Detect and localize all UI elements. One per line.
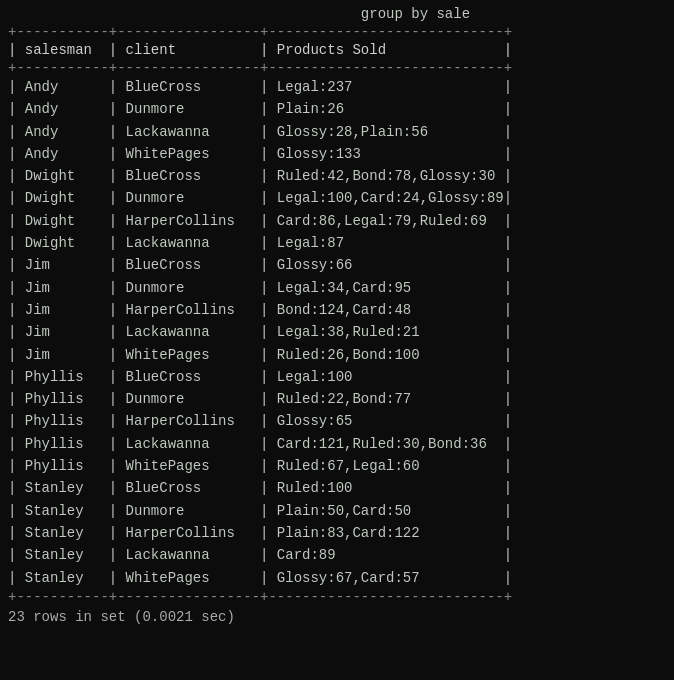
table-row: | Jim | HarperCollins | Bond:124,Card:48… bbox=[0, 299, 674, 321]
table-row: | Andy | BlueCross | Legal:237 | bbox=[0, 76, 674, 98]
table-row: | Jim | Lackawanna | Legal:38,Ruled:21 | bbox=[0, 321, 674, 343]
bottom-border: +-----------+-----------------+---------… bbox=[0, 589, 674, 605]
table-row: | Phyllis | HarperCollins | Glossy:65 | bbox=[0, 410, 674, 432]
table-row: | Jim | Dunmore | Legal:34,Card:95 | bbox=[0, 277, 674, 299]
table-row: | Stanley | HarperCollins | Plain:83,Car… bbox=[0, 522, 674, 544]
table-row: | Dwight | Dunmore | Legal:100,Card:24,G… bbox=[0, 187, 674, 209]
table-row: | Stanley | Lackawanna | Card:89 | bbox=[0, 544, 674, 566]
table-row: | Stanley | WhitePages | Glossy:67,Card:… bbox=[0, 567, 674, 589]
header-row: | salesman | client | Products Sold | bbox=[0, 40, 674, 60]
table-row: | Phyllis | Lackawanna | Card:121,Ruled:… bbox=[0, 433, 674, 455]
terminal-window: group by sale +-----------+-------------… bbox=[0, 0, 674, 680]
table-row: | Andy | Lackawanna | Glossy:28,Plain:56… bbox=[0, 121, 674, 143]
table-row: | Phyllis | Dunmore | Ruled:22,Bond:77 | bbox=[0, 388, 674, 410]
header-divider: +-----------+-----------------+---------… bbox=[0, 60, 674, 76]
table-row: | Dwight | Lackawanna | Legal:87 | bbox=[0, 232, 674, 254]
table-row: | Jim | BlueCross | Glossy:66 | bbox=[0, 254, 674, 276]
table-row: | Stanley | Dunmore | Plain:50,Card:50 | bbox=[0, 500, 674, 522]
table-row: | Andy | WhitePages | Glossy:133 | bbox=[0, 143, 674, 165]
group-by-line: group by sale bbox=[0, 4, 674, 24]
table-row: | Stanley | BlueCross | Ruled:100 | bbox=[0, 477, 674, 499]
table-row: | Jim | WhitePages | Ruled:26,Bond:100 | bbox=[0, 344, 674, 366]
table-row: | Dwight | HarperCollins | Card:86,Legal… bbox=[0, 210, 674, 232]
table-row: | Andy | Dunmore | Plain:26 | bbox=[0, 98, 674, 120]
table-row: | Phyllis | WhitePages | Ruled:67,Legal:… bbox=[0, 455, 674, 477]
top-border: +-----------+-----------------+---------… bbox=[0, 24, 674, 40]
table-row: | Dwight | BlueCross | Ruled:42,Bond:78,… bbox=[0, 165, 674, 187]
table-row: | Phyllis | BlueCross | Legal:100 | bbox=[0, 366, 674, 388]
result-footer: 23 rows in set (0.0021 sec) bbox=[0, 605, 674, 629]
